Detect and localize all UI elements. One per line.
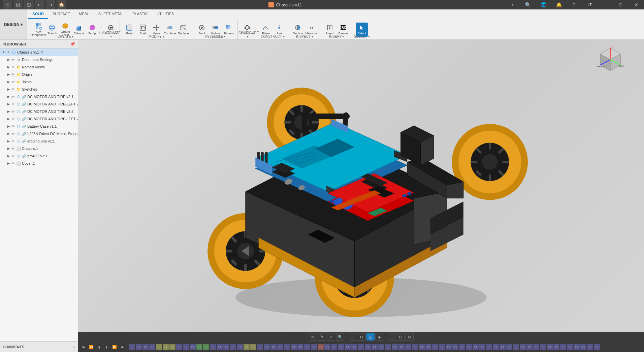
tl-op-57[interactable]: ⬡	[506, 344, 512, 350]
visibility-icon-sketches[interactable]: 👁	[11, 87, 15, 92]
tl-op-34[interactable]: ⬡	[351, 344, 357, 350]
title-notify-btn[interactable]: 🔔	[551, 0, 567, 9]
title-web-btn[interactable]: 🌐	[536, 0, 551, 9]
visibility-icon-l298n[interactable]: 👁	[11, 131, 15, 136]
tl-op-33[interactable]: ⬡	[345, 344, 351, 350]
zoom-btn[interactable]: 🔍	[336, 333, 344, 341]
tl-op-64[interactable]: ⬡	[553, 344, 559, 350]
orientation-cube[interactable]: TOP RIGHT FRONT	[597, 46, 624, 73]
browser-pin-icon[interactable]: 📌	[70, 42, 75, 46]
visibility-icon-dc1[interactable]: 👁	[11, 94, 15, 99]
tl-op-19[interactable]: ⬡	[250, 344, 256, 350]
menu-button[interactable]: ☰	[3, 0, 12, 9]
save-button[interactable]	[24, 0, 34, 9]
tab-sheet-metal[interactable]: SHEET METAL	[94, 9, 128, 19]
tl-op-40[interactable]: ⬡	[392, 344, 398, 350]
tl-op-68[interactable]: ⬡	[580, 344, 586, 350]
tree-item-l298n[interactable]: ▶ 👁 ⬡ 🔗 L298N Driver DC Motor, Stepp...	[0, 130, 78, 137]
tl-op-10[interactable]: ⬡	[190, 344, 196, 350]
tl-op-23[interactable]: ⬡	[277, 344, 283, 350]
new-button[interactable]	[13, 0, 23, 9]
tl-op-59[interactable]: ⬡	[520, 344, 526, 350]
tl-op-44[interactable]: ⬡	[419, 344, 425, 350]
visibility-icon-dc4[interactable]: 👁	[11, 117, 15, 121]
tl-op-43[interactable]: ⬡	[412, 344, 418, 350]
tl-op-18[interactable]: ⬡	[244, 344, 250, 350]
tree-settings-icon-root[interactable]: ⚙	[40, 51, 43, 54]
tl-op-37[interactable]: ⬡	[372, 344, 378, 350]
tab-solid[interactable]: SOLID	[28, 9, 48, 19]
grid-btn[interactable]: ⊞	[349, 333, 357, 341]
tl-op-36[interactable]: ⬡	[365, 344, 371, 350]
tl-op-12[interactable]: ⬡	[203, 344, 209, 350]
tree-item-root[interactable]: ▼ 👁 ⬡ Chasssis v11 ⚙	[0, 49, 78, 56]
comments-add-icon[interactable]: +	[73, 345, 75, 349]
tl-op-26[interactable]: ⬡	[297, 344, 303, 350]
tree-item-dc-motor-3[interactable]: ▶ 👁 ⬡ 🔗 DC MOTOR AND TIRE v2:2	[0, 108, 78, 115]
tl-op-54[interactable]: ⬡	[486, 344, 492, 350]
tl-op-22[interactable]: ⬡	[270, 344, 277, 350]
tl-op-7[interactable]: ⬡	[169, 344, 175, 350]
tl-op-13[interactable]: ⬡	[210, 344, 216, 350]
maximize-button[interactable]: □	[613, 0, 629, 9]
comments-panel[interactable]: COMMENTS +	[0, 341, 78, 352]
tl-op-2[interactable]: ⬡	[136, 344, 142, 350]
tl-op-62[interactable]: ⬡	[540, 344, 546, 350]
visibility-icon-root[interactable]: 👁	[6, 50, 11, 55]
tl-op-66[interactable]: ⬡	[567, 344, 573, 350]
tl-op-29[interactable]: ⬡	[318, 344, 324, 350]
tl-op-9[interactable]: ⬡	[183, 344, 189, 350]
view-back-btn[interactable]: ⊟	[397, 333, 405, 341]
home-button[interactable]: 🏠	[57, 0, 66, 9]
timeline-next-btn[interactable]: ⏩	[111, 344, 118, 350]
tl-op-56[interactable]: ⬡	[500, 344, 506, 350]
tl-op-11[interactable]: ⬡	[196, 344, 202, 350]
browser-collapse-icon[interactable]: ◁	[3, 42, 5, 46]
view-all-btn[interactable]: ⊡	[406, 333, 414, 341]
tree-item-ky022[interactable]: ▶ 👁 ⬡ 🔗 KY-022 v1:1	[0, 152, 78, 160]
visibility-icon-dc2[interactable]: 👁	[11, 102, 15, 106]
tab-surface[interactable]: SURFACE	[49, 9, 74, 19]
tl-op-58[interactable]: ⬡	[513, 344, 519, 350]
tl-op-38[interactable]: ⬡	[378, 344, 384, 350]
design-dropdown[interactable]: DESIGN ▾	[0, 9, 27, 39]
tl-op-39[interactable]: ⬡	[385, 344, 391, 350]
timeline-play-rev-btn[interactable]: ⏴	[96, 344, 102, 350]
tl-op-46[interactable]: ⬡	[432, 344, 438, 350]
title-search-btn[interactable]: 🔍	[520, 0, 536, 9]
tree-item-joints[interactable]: ▶ 👁 📁 Joints	[0, 78, 78, 86]
tl-op-5[interactable]: ⬡	[156, 344, 162, 350]
visibility-icon-dc3[interactable]: 👁	[11, 109, 15, 114]
tl-op-30[interactable]: ⬡	[324, 344, 330, 350]
tl-op-27[interactable]: ⬡	[304, 344, 310, 350]
tl-op-60[interactable]: ⬡	[526, 344, 533, 350]
visibility-icon-named-views[interactable]: 👁	[11, 65, 15, 69]
tree-area[interactable]: ▼ 👁 ⬡ Chasssis v11 ⚙ ▶ 👁 ⚙ Document Sett…	[0, 49, 78, 341]
timeline-end-btn[interactable]: ⏭	[119, 344, 126, 350]
tl-op-25[interactable]: ⬡	[291, 344, 297, 350]
tl-op-15[interactable]: ⬡	[223, 344, 229, 350]
visibility-icon-ky022[interactable]: 👁	[11, 154, 15, 158]
timeline-prev-btn[interactable]: ⏪	[88, 344, 95, 350]
title-help-btn[interactable]: ?	[567, 0, 582, 9]
pan-btn[interactable]: 🖱	[318, 333, 326, 341]
tl-op-50[interactable]: ⬡	[459, 344, 465, 350]
tree-item-origin[interactable]: ▶ 👁 📁 Origin	[0, 71, 78, 78]
tl-op-14[interactable]: ⬡	[217, 344, 223, 350]
visibility-icon-battery[interactable]: 👁	[11, 124, 15, 129]
timeline-start-btn[interactable]: ⏮	[80, 344, 87, 350]
tree-item-sketches[interactable]: ▶ 👁 📁 Sketches	[0, 86, 78, 93]
tl-op-20[interactable]: ⬡	[257, 344, 263, 350]
tl-op-17[interactable]: ⬡	[237, 344, 243, 350]
visibility-icon-chassis[interactable]: 👁	[11, 146, 15, 151]
tl-op-4[interactable]: ⬡	[149, 344, 155, 350]
tl-op-67[interactable]: ⬡	[574, 344, 580, 350]
viewport[interactable]: TOP RIGHT FRONT ⊕ 🖱 ⤢ 🔍 ⊞ ⊟ ◫ ◈ ⊞ ⊟ ⊡	[78, 40, 644, 342]
tl-op-31[interactable]: ⬡	[331, 344, 337, 350]
tl-op-35[interactable]: ⬡	[358, 344, 364, 350]
close-button[interactable]: ✕	[629, 0, 644, 9]
tree-item-chassis[interactable]: ▶ 👁 ⬜ Chassis:1	[0, 145, 78, 152]
tl-op-48[interactable]: ⬡	[446, 344, 452, 350]
minimize-button[interactable]: ─	[598, 0, 613, 9]
tree-item-cover[interactable]: ▶ 👁 ⬜ Cover:1	[0, 160, 78, 167]
